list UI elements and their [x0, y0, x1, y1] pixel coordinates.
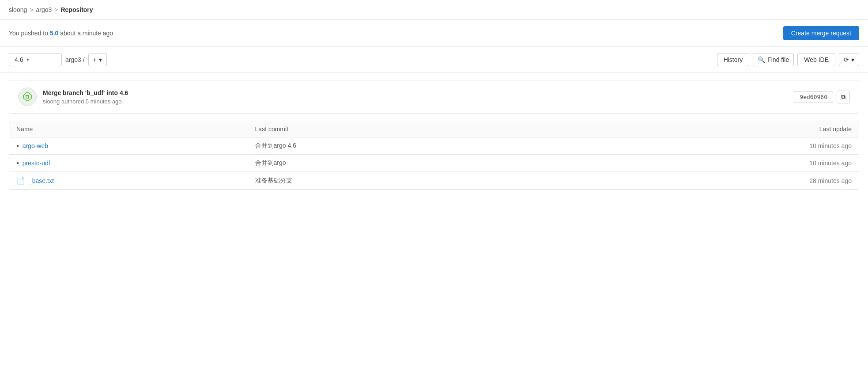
clone-icon: ⟳ — [844, 56, 849, 63]
commit-author: sloong — [43, 98, 60, 105]
table-row: ▪ argo-web 合并到argo 4.6 10 minutes ago — [9, 137, 859, 155]
branch-selector[interactable]: 4.6 ▾ — [9, 53, 62, 66]
avatar — [18, 88, 37, 106]
svg-rect-3 — [23, 95, 24, 99]
file-label: _base.txt — [29, 177, 54, 184]
svg-rect-8 — [30, 94, 31, 95]
commit-meta: sloong authored 5 minutes ago — [43, 98, 128, 105]
svg-rect-2 — [26, 100, 29, 101]
toolbar-left: 4.6 ▾ argo3 / + ▾ — [9, 53, 107, 66]
svg-rect-12 — [29, 99, 30, 100]
breadcrumb-argo3[interactable]: argo3 — [36, 6, 52, 13]
file-update-base-txt: 28 minutes ago — [613, 177, 852, 184]
file-commit-argo-web: 合并到argo 4.6 — [255, 142, 613, 150]
svg-rect-4 — [31, 95, 32, 99]
breadcrumb-sep-2: > — [54, 6, 58, 13]
repo-path: argo3 / — [65, 56, 85, 63]
add-button[interactable]: + ▾ — [88, 53, 107, 66]
svg-rect-5 — [25, 93, 26, 94]
push-notice: You pushed to 5.0 about a minute ago Cre… — [0, 20, 868, 47]
clone-chevron-icon: ▾ — [851, 56, 854, 63]
toolbar-right: History 🔍 Find file Web IDE ⟳ ▾ — [717, 53, 859, 66]
chevron-down-icon: ▾ — [26, 57, 29, 63]
file-label: argo-web — [23, 142, 48, 149]
svg-rect-7 — [24, 94, 25, 95]
commit-info-right: 9ed60960 ⧉ — [794, 91, 850, 103]
repo-toolbar: 4.6 ▾ argo3 / + ▾ History 🔍 Find file We… — [0, 47, 868, 73]
find-file-button[interactable]: 🔍 Find file — [753, 53, 794, 66]
svg-rect-1 — [26, 92, 29, 93]
column-header-last-update: Last update — [613, 126, 852, 133]
file-table-header: Name Last commit Last update — [9, 121, 859, 137]
file-name-base-txt[interactable]: 📄 _base.txt — [16, 176, 255, 185]
breadcrumb-current: Repository — [60, 6, 93, 13]
push-notice-prefix: You pushed to — [9, 30, 50, 37]
branch-name: 4.6 — [15, 56, 23, 63]
breadcrumb: sloong > argo3 > Repository — [0, 0, 868, 20]
commit-details: Merge branch 'b_udf' into 4.6 sloong aut… — [43, 89, 128, 105]
svg-rect-10 — [30, 99, 31, 99]
file-icon: 📄 — [16, 176, 25, 185]
column-header-name: Name — [16, 126, 255, 133]
commit-title: Merge branch 'b_udf' into 4.6 — [43, 89, 128, 96]
column-header-last-commit: Last commit — [255, 126, 613, 133]
push-notice-suffix: about a minute ago — [58, 30, 113, 37]
breadcrumb-sloong[interactable]: sloong — [9, 6, 27, 13]
search-icon: 🔍 — [758, 56, 765, 63]
clone-button[interactable]: ⟳ ▾ — [839, 53, 859, 66]
file-name-argo-web[interactable]: ▪ argo-web — [16, 142, 255, 150]
push-notice-text: You pushed to 5.0 about a minute ago — [9, 30, 113, 37]
table-row: ▪ presto-udf 合并到argo 10 minutes ago — [9, 155, 859, 172]
file-commit-presto-udf: 合并到argo — [255, 159, 613, 167]
web-ide-button[interactable]: Web IDE — [797, 53, 835, 66]
file-commit-base-txt: 准备基础分支 — [255, 177, 613, 185]
svg-rect-6 — [29, 93, 30, 94]
commit-box: Merge branch 'b_udf' into 4.6 sloong aut… — [9, 80, 859, 114]
plus-icon: + — [93, 56, 97, 63]
svg-rect-11 — [25, 99, 26, 100]
create-merge-request-button[interactable]: Create merge request — [783, 26, 859, 40]
file-name-presto-udf[interactable]: ▪ presto-udf — [16, 159, 255, 167]
file-label: presto-udf — [23, 160, 50, 167]
file-table: Name Last commit Last update ▪ argo-web … — [9, 121, 859, 190]
table-row: 📄 _base.txt 准备基础分支 28 minutes ago — [9, 172, 859, 189]
add-chevron-icon: ▾ — [99, 56, 102, 63]
file-update-presto-udf: 10 minutes ago — [613, 160, 852, 167]
folder-icon: ▪ — [16, 142, 19, 150]
commit-info-left: Merge branch 'b_udf' into 4.6 sloong aut… — [18, 88, 128, 106]
find-file-label: Find file — [767, 56, 789, 63]
copy-icon: ⧉ — [841, 93, 845, 100]
history-button[interactable]: History — [717, 53, 750, 66]
file-update-argo-web: 10 minutes ago — [613, 142, 852, 149]
push-notice-branch-link[interactable]: 5.0 — [50, 30, 58, 37]
copy-commit-sha-button[interactable]: ⧉ — [837, 91, 850, 103]
svg-rect-14 — [26, 96, 28, 98]
folder-icon: ▪ — [16, 159, 19, 167]
breadcrumb-sep-1: > — [30, 6, 33, 13]
commit-time: authored 5 minutes ago — [61, 98, 122, 105]
commit-hash[interactable]: 9ed60960 — [794, 91, 833, 103]
svg-rect-9 — [24, 99, 25, 99]
